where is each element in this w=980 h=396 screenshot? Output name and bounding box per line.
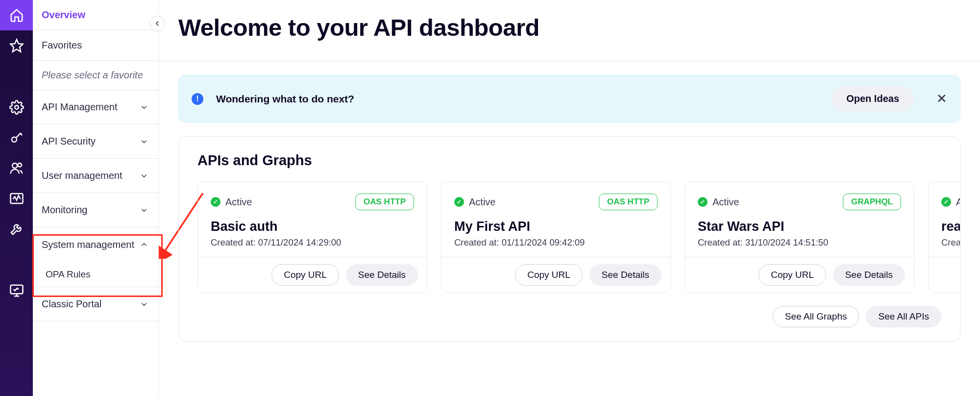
- rail-wrench-icon[interactable]: [0, 214, 33, 244]
- status-badge: Active: [211, 197, 252, 208]
- svg-point-2: [12, 137, 17, 142]
- sidebar-sub-opa-rules[interactable]: OPA Rules: [33, 262, 158, 287]
- api-card-created: Created at: 31/10/2024 14:51:50: [698, 237, 901, 248]
- api-card-title: Star Wars API: [698, 219, 901, 234]
- page-header: Welcome to your API dashboard: [159, 0, 980, 61]
- sidebar-overview-label: Overview: [42, 9, 85, 21]
- rail-monitor-icon[interactable]: [0, 275, 33, 306]
- sidebar-item-label: API Security: [42, 136, 96, 147]
- status-label: Active: [469, 197, 495, 208]
- icon-rail: [0, 0, 33, 396]
- rail-star-icon[interactable]: [0, 30, 33, 61]
- apis-panel: APIs and Graphs Active OAS HTTP Basic au…: [178, 136, 960, 342]
- sidebar-item-system-management[interactable]: System management: [33, 227, 158, 262]
- svg-marker-0: [10, 40, 23, 52]
- sidebar-overview[interactable]: Overview: [33, 0, 158, 30]
- api-card[interactable]: Active OAS HTTP Basic auth Created at: 0…: [197, 181, 427, 293]
- panel-title: APIs and Graphs: [197, 152, 941, 169]
- api-card-title: Basic auth: [211, 219, 414, 234]
- rail-gear-icon[interactable]: [0, 92, 33, 123]
- sidebar-item-label: User management: [42, 170, 122, 181]
- status-dot-icon: [698, 197, 708, 207]
- sidebar-item-monitoring[interactable]: Monitoring: [33, 193, 158, 227]
- chevron-down-icon: [139, 102, 149, 113]
- rail-home-icon[interactable]: [0, 0, 33, 30]
- page-title: Welcome to your API dashboard: [178, 14, 960, 41]
- copy-url-button[interactable]: Copy URL: [271, 264, 339, 286]
- chevron-up-icon: [139, 239, 149, 250]
- sidebar-favorites-label: Favorites: [42, 40, 82, 51]
- api-card-created: Created at: 30/10/2024 11:20:00: [941, 237, 960, 248]
- sidebar-favorites[interactable]: Favorites: [33, 30, 158, 61]
- status-badge: Active: [698, 197, 739, 208]
- sidebar-item-label: Classic Portal: [42, 298, 101, 310]
- copy-url-button[interactable]: Copy URL: [759, 264, 826, 286]
- chevron-down-icon: [139, 299, 149, 310]
- sidebar: Overview Favorites Please select a favor…: [33, 0, 159, 396]
- open-ideas-button[interactable]: Open Ideas: [832, 86, 914, 111]
- rail-users-icon[interactable]: [0, 153, 33, 183]
- chevron-down-icon: [139, 136, 149, 147]
- api-card[interactable]: Active OAS HTTP My First API Created at:…: [441, 181, 671, 293]
- status-dot-icon: [211, 197, 220, 207]
- svg-point-1: [15, 105, 19, 109]
- see-all-graphs-button[interactable]: See All Graphs: [773, 306, 859, 327]
- main-content: Welcome to your API dashboard ! Wonderin…: [159, 0, 980, 396]
- rail-key-icon[interactable]: [0, 123, 33, 153]
- status-badge: Active: [454, 197, 495, 208]
- chevron-down-icon: [139, 171, 149, 181]
- cards-strip: Active OAS HTTP Basic auth Created at: 0…: [179, 181, 960, 293]
- see-details-button[interactable]: See Details: [346, 264, 418, 286]
- rail-activity-icon[interactable]: [0, 183, 33, 214]
- api-card-created: Created at: 01/11/2024 09:42:09: [454, 237, 658, 248]
- svg-point-3: [12, 163, 17, 168]
- see-details-button[interactable]: See Details: [833, 264, 905, 286]
- sidebar-item-api-security[interactable]: API Security: [33, 124, 158, 159]
- api-type-tag: GRAPHQL: [843, 194, 901, 210]
- info-icon: !: [192, 93, 203, 105]
- api-card[interactable]: Active GRAPHQL Star Wars API Created at:…: [685, 181, 914, 293]
- api-card-created: Created at: 07/11/2024 14:29:00: [211, 237, 414, 248]
- api-card-title: My First API: [454, 219, 658, 234]
- favorites-placeholder: Please select a favorite: [33, 61, 158, 90]
- svg-rect-5: [10, 194, 23, 203]
- banner-close-button[interactable]: ✕: [936, 91, 947, 106]
- api-card[interactable]: Active OAS HTTP react-components Created…: [928, 181, 960, 293]
- api-type-tag: OAS HTTP: [599, 194, 658, 210]
- sidebar-item-user-management[interactable]: User management: [33, 159, 158, 193]
- status-badge: Active: [941, 197, 960, 208]
- banner-text: Wondering what to do next?: [216, 93, 819, 105]
- svg-point-4: [18, 163, 22, 167]
- see-details-button[interactable]: See Details: [589, 264, 662, 286]
- sidebar-item-label: System management: [42, 239, 134, 250]
- sidebar-item-classic-portal[interactable]: Classic Portal: [33, 287, 158, 322]
- status-dot-icon: [454, 197, 464, 207]
- status-label: Active: [225, 197, 252, 208]
- status-label: Active: [712, 197, 739, 208]
- info-banner: ! Wondering what to do next? Open Ideas …: [178, 75, 960, 123]
- see-all-apis-button[interactable]: See All APIs: [866, 306, 941, 327]
- sidebar-item-label: API Management: [42, 101, 118, 113]
- api-type-tag: OAS HTTP: [355, 194, 414, 210]
- sidebar-collapse-button[interactable]: [149, 16, 165, 31]
- sidebar-item-api-management[interactable]: API Management: [33, 90, 158, 124]
- chevron-down-icon: [139, 205, 149, 216]
- status-dot-icon: [941, 197, 951, 207]
- status-label: Active: [956, 197, 960, 208]
- copy-url-button[interactable]: Copy URL: [515, 264, 583, 286]
- sidebar-item-label: Monitoring: [42, 204, 87, 216]
- api-card-title: react-components: [941, 219, 960, 234]
- sidebar-sub-label: OPA Rules: [46, 269, 91, 280]
